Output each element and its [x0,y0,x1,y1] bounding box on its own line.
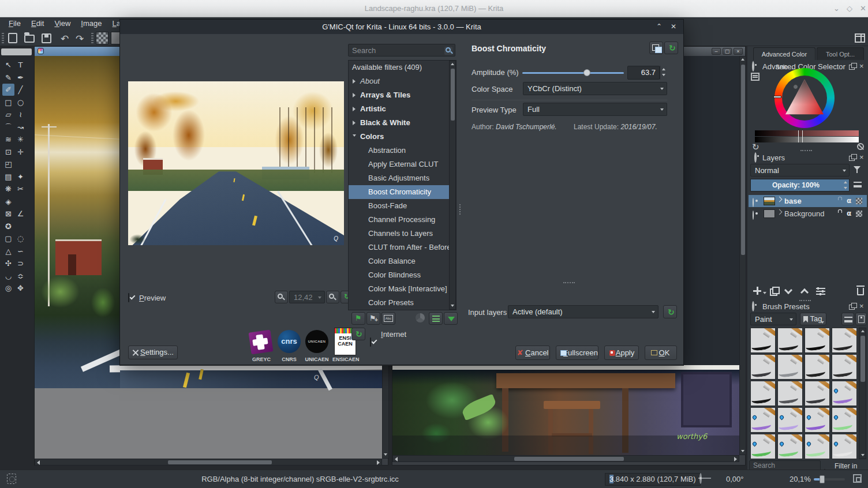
layer-style-icon[interactable] [777,197,783,202]
menu-view[interactable]: View [49,17,76,30]
filter-tree-scrollbar[interactable] [449,61,456,310]
filter-category[interactable]: About [349,74,456,88]
spin-down-icon[interactable] [662,74,665,76]
hue-ring[interactable] [775,68,835,128]
image-dimensions-field[interactable]: 3.840 x 2.880 (120,7 MiB) [605,473,701,486]
color-sampler-tool[interactable]: ✦ [14,171,27,183]
brush-preset-thumbnail[interactable] [805,434,830,459]
freehand-select-tool[interactable]: ∽ [14,245,27,257]
bezier-curve-tool[interactable]: ⌒ [2,121,14,133]
layer-name[interactable]: Background [784,208,824,220]
layer-style-icon[interactable] [777,209,783,215]
menu-image[interactable]: Image [76,17,107,30]
pie-chart-icon[interactable] [416,313,425,322]
visibility-eye-icon[interactable] [753,211,754,220]
layer-properties-icon[interactable] [816,288,825,295]
close-icon[interactable]: ✕ [668,22,679,31]
brush-preset-thumbnail[interactable] [777,354,803,380]
polygon-tool[interactable]: ▱ [2,108,14,121]
docker-lock-icon[interactable] [752,61,754,72]
edit-shapes-tool[interactable]: ✎ [2,72,14,84]
brush-preset-thumbnail[interactable] [832,434,857,459]
crop-tool[interactable]: ◰ [2,158,14,170]
internet-checkbox[interactable] [370,337,371,347]
rotation-dial-icon[interactable] [699,473,702,484]
subwindow-maximize-icon[interactable]: ▢ [723,48,732,55]
subwindow-minimize-icon[interactable]: – [712,48,721,55]
shade-icon[interactable]: ⌃ [654,22,664,31]
preview-checkbox-label[interactable]: Preview [139,294,166,302]
bezier-select-tool[interactable]: ⊃ [14,257,27,269]
maximize-icon[interactable]: ◇ [847,5,852,13]
similar-select-tool[interactable]: ✣ [2,257,14,269]
filter-category[interactable]: Colors [349,130,456,144]
close-icon[interactable]: × [859,154,864,161]
gmic-titlebar[interactable]: G'MIC-Qt for Krita - Linux 64 bits - 3.0… [120,20,683,34]
artwork-porch-scene[interactable]: worthy6 [392,365,739,455]
filter-item[interactable]: Boost-Fade [349,199,456,213]
close-icon[interactable]: × [859,63,864,70]
polygonal-select-tool[interactable]: △ [2,245,14,257]
close-icon[interactable]: × [859,303,864,310]
brush-grid-scrollbar[interactable] [859,328,866,459]
scroll-down-icon[interactable] [741,450,744,452]
logo-greyc[interactable]: GREYC [249,330,274,363]
scrollbar-thumb[interactable] [168,460,272,464]
redo-icon[interactable]: ↷ [74,32,85,44]
scroll-down-icon[interactable] [861,454,865,456]
apply-button[interactable]: Apply [604,346,639,360]
magnetic-select-tool[interactable]: ≎ [14,270,27,282]
remove-fave-button[interactable]: ⚑ + [366,312,380,325]
chevron-right-icon[interactable] [353,121,356,125]
duplicate-layer-icon[interactable] [770,287,777,294]
artwork-road-strip[interactable]: Q [120,370,382,388]
scrollbar-thumb[interactable] [860,336,865,382]
amplitude-spinbox[interactable]: 63.7 [627,66,660,80]
brush-preset-thumbnail[interactable] [805,354,830,380]
polyline-tool[interactable]: ≀ [14,108,27,121]
amplitude-slider-handle[interactable] [583,69,590,76]
scroll-right-icon[interactable] [377,460,380,465]
reload-layers-button[interactable]: ↻ [663,305,677,318]
zoom-in-button[interactable] [326,291,339,303]
filter-item[interactable]: Color Blindness [349,268,456,282]
scroll-down-icon[interactable] [384,453,387,456]
scroll-up-icon[interactable] [451,63,454,65]
transform-tool[interactable]: ⊡ [2,146,14,158]
amplitude-slider[interactable] [522,72,624,74]
measure-tool[interactable]: ∠ [14,208,27,220]
freehand-brush-tool[interactable]: ✐ [2,84,14,96]
brush-preset-thumbnail[interactable] [805,328,830,353]
delete-layer-icon[interactable] [857,288,864,295]
ellipse-select-tool[interactable]: ◌ [14,232,27,245]
brush-preset-thumbnail[interactable] [832,407,857,433]
filter-search-box[interactable] [348,44,455,57]
dynamic-brush-tool[interactable]: ≋ [2,133,14,145]
scroll-down-icon[interactable] [451,305,454,307]
rotation-angle[interactable]: 0,00° [726,475,744,483]
brush-preset-thumbnail[interactable] [750,381,776,406]
float-docker-icon[interactable] [849,303,856,309]
filter-item[interactable]: CLUT from After - Before [349,241,456,254]
filter-list-header[interactable]: Available filters (409) [349,61,456,74]
chevron-right-icon[interactable] [353,107,356,111]
opacity-slider[interactable]: Opacity: 100% [750,179,850,192]
ok-button[interactable]: OK [645,346,677,360]
spin-up-icon[interactable] [662,68,665,70]
docker-grip[interactable] [800,150,812,151]
filter-search-input[interactable] [349,44,455,56]
splitter-grip[interactable] [459,204,461,215]
filter-layers-icon[interactable] [854,166,860,170]
scroll-up-icon[interactable] [861,330,865,332]
chevron-right-icon[interactable] [353,93,356,97]
save-icon[interactable] [42,33,51,43]
filter-category[interactable]: Artistic [349,102,456,116]
brush-search-input[interactable] [750,461,820,470]
scroll-up-icon[interactable] [741,58,744,61]
filter-item[interactable]: Abstraction [349,144,456,157]
amplitude-spin-buttons[interactable] [660,66,667,80]
selector-settings-icon[interactable] [751,73,760,81]
toolbox-header[interactable] [1,48,32,55]
assistants-tool[interactable]: ⊠ [2,208,14,220]
shade-bar-color[interactable] [755,130,859,136]
